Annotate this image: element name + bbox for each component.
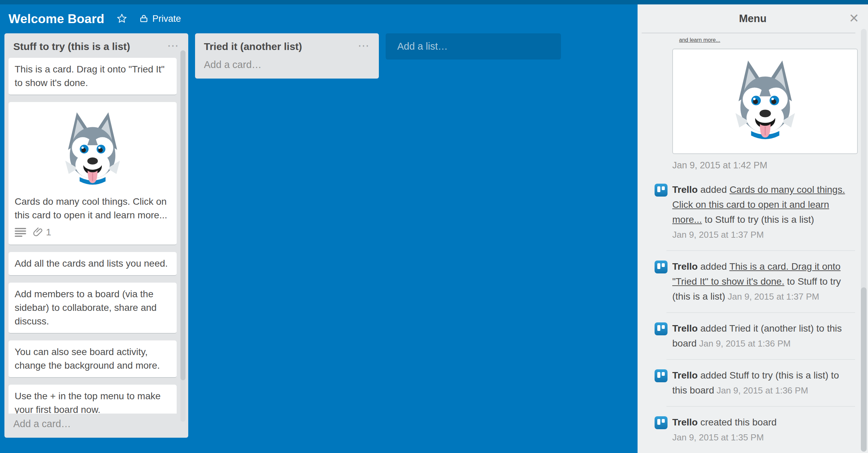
- list-cards: This is a card. Drag it onto "Tried It" …: [4, 54, 188, 414]
- star-icon: [117, 13, 127, 24]
- activity-plain-text: added: [698, 261, 729, 272]
- visibility-label: Private: [152, 14, 181, 24]
- lock-icon: [139, 14, 148, 24]
- close-icon: ✕: [849, 11, 859, 25]
- board-title[interactable]: Welcome Board: [9, 12, 105, 26]
- activity-timestamp: Jan 9, 2015 at 1:35 PM: [672, 430, 855, 445]
- activity-timestamp: Jan 9, 2015 at 1:37 PM: [725, 291, 819, 302]
- activity-item: Trello added Cards do many cool things. …: [655, 174, 855, 250]
- card-title: This is a card. Drag it onto "Tried It" …: [15, 63, 171, 90]
- list-stuff-to-try: Stuff to try (this is a list) ⋯ This is …: [4, 33, 188, 438]
- card[interactable]: You can also see board activity, change …: [9, 340, 177, 378]
- activity-plain-text: created this board: [698, 417, 777, 427]
- activity-plain-text: to Stuff to try (this is a list): [702, 214, 814, 225]
- list-menu-button[interactable]: ⋯: [358, 41, 371, 49]
- board-menu-panel: Menu ✕ and learn more... Jan 9, 20: [638, 4, 868, 453]
- menu-scrollbar-track: [861, 29, 867, 452]
- card-title: Add all the cards and lists you need.: [15, 257, 171, 270]
- activity-timestamp: Jan 9, 2015 at 1:36 PM: [714, 385, 808, 396]
- attachment-count: 1: [46, 225, 51, 239]
- menu-activity-feed: and learn more... Jan 9, 2015 at 1:42 PM…: [638, 37, 868, 453]
- list-title[interactable]: Tried it (another list): [204, 41, 358, 52]
- visibility-button[interactable]: Private: [139, 14, 181, 24]
- card-cover-image: [15, 107, 171, 195]
- description-icon: [15, 227, 26, 237]
- card-title: Cards do many cool things. Click on this…: [15, 195, 171, 222]
- close-menu-button[interactable]: ✕: [849, 11, 859, 26]
- activity-list: Trello added Cards do many cool things. …: [655, 174, 855, 453]
- add-card-button[interactable]: Add a card…: [4, 414, 188, 438]
- activity-item: Trello created this boardJan 9, 2015 at …: [655, 407, 855, 453]
- list-scrollbar-track: [180, 50, 186, 422]
- activity-item: Trello added Stuff to try (this is a lis…: [655, 360, 855, 406]
- description-badge: [15, 227, 26, 237]
- member-name: Trello: [672, 261, 698, 272]
- card-badges: 1: [15, 222, 171, 240]
- card[interactable]: Add all the cards and lists you need.: [9, 252, 177, 276]
- paperclip-icon: [33, 227, 43, 238]
- board-canvas: Stuff to try (this is a list) ⋯ This is …: [4, 33, 561, 438]
- activity-text: Trello added This is a card. Drag it ont…: [672, 259, 855, 304]
- add-list-button[interactable]: Add a list…: [386, 33, 561, 60]
- activity-item: Trello added This is a card. Drag it ont…: [655, 251, 855, 312]
- card[interactable]: This is a card. Drag it onto "Tried It" …: [9, 58, 177, 95]
- add-card-button[interactable]: Add a card…: [195, 54, 379, 79]
- trello-logo-icon: [655, 416, 668, 429]
- ellipsis-icon: ⋯: [167, 39, 180, 52]
- menu-scrollbar-thumb[interactable]: [861, 287, 867, 452]
- card[interactable]: Cards do many cool things. Click on this…: [9, 102, 177, 245]
- list-header: Stuff to try (this is a list) ⋯: [4, 33, 188, 54]
- activity-text: Trello created this boardJan 9, 2015 at …: [672, 415, 855, 445]
- list-title[interactable]: Stuff to try (this is a list): [13, 41, 167, 52]
- board-header: Welcome Board Private: [0, 4, 633, 33]
- window-top-strip: [0, 0, 868, 4]
- menu-header: Menu ✕: [638, 4, 868, 33]
- attachment-date: Jan 9, 2015 at 1:42 PM: [672, 160, 855, 171]
- trello-logo-icon: [655, 322, 668, 335]
- activity-card-link[interactable]: and learn more...: [679, 37, 720, 43]
- activity-text: Trello added Stuff to try (this is a lis…: [672, 368, 855, 398]
- list-tried-it: Tried it (another list) ⋯ Add a card…: [195, 33, 379, 79]
- attachment-preview-card[interactable]: [672, 49, 858, 154]
- ellipsis-icon: ⋯: [358, 39, 371, 52]
- activity-timestamp: Jan 9, 2015 at 1:37 PM: [672, 227, 855, 242]
- member-name: Trello: [672, 370, 698, 381]
- trello-logo-icon: [655, 184, 668, 197]
- husky-dog-illustration: [58, 110, 128, 190]
- member-name: Trello: [672, 417, 698, 427]
- member-name: Trello: [672, 184, 698, 195]
- activity-timestamp: Jan 9, 2015 at 1:36 PM: [697, 338, 791, 349]
- list-menu-button[interactable]: ⋯: [167, 41, 180, 49]
- member-name: Trello: [672, 323, 698, 334]
- card[interactable]: Add members to a board (via the sidebar)…: [9, 283, 177, 334]
- card-title: Use the + in the top menu to make your f…: [15, 389, 171, 414]
- trello-logo-icon: [655, 261, 668, 273]
- activity-item: Trello added Tried it (another list) to …: [655, 313, 855, 359]
- menu-header-divider: [642, 33, 855, 33]
- activity-text: Trello added Cards do many cool things. …: [672, 182, 855, 242]
- card-title: You can also see board activity, change …: [15, 345, 171, 372]
- activity-text: Trello added Tried it (another list) to …: [672, 321, 855, 351]
- activity-plain-text: added: [698, 184, 729, 195]
- trello-logo-icon: [655, 369, 668, 382]
- menu-title: Menu: [739, 13, 767, 25]
- husky-dog-illustration: [727, 57, 803, 145]
- star-board-button[interactable]: [117, 13, 127, 24]
- list-scrollbar-thumb[interactable]: [180, 50, 186, 380]
- card[interactable]: Use the + in the top menu to make your f…: [9, 385, 177, 414]
- clipped-activity-text: and learn more...: [679, 37, 720, 51]
- attachment-badge: 1: [33, 225, 51, 239]
- card-title: Add members to a board (via the sidebar)…: [15, 287, 171, 328]
- list-header: Tried it (another list) ⋯: [195, 33, 379, 54]
